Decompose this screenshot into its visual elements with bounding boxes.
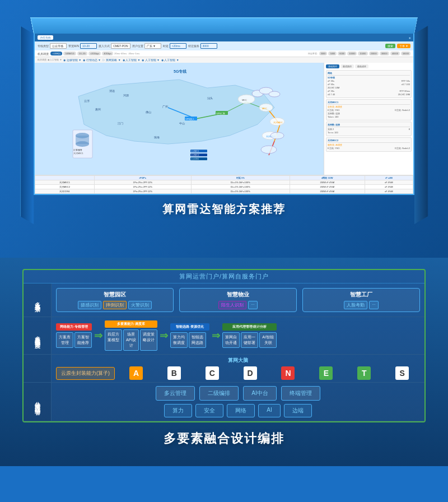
orch-boxes1: 方案库管理 方案智能推荐 <box>56 332 92 348</box>
orchestration-label-text: 多要素编排调度 <box>34 332 41 340</box>
capability-label-text: 分子能力统一纳管 <box>34 397 41 406</box>
svg-text:计算服务: 计算服务 <box>73 148 82 151</box>
special-group: 特定服务 3000 <box>188 43 217 49</box>
bw-chip-3[interactable]: 1G-2G <box>77 52 87 55</box>
bw-chip-4[interactable]: >20Gbps <box>88 52 101 55</box>
bw-special-6[interactable]: 20000 <box>369 52 379 55</box>
bw-special-7[interactable]: 30000 <box>380 52 389 55</box>
filter-tag-4[interactable]: ◉ 人工智能 ▼ <box>123 58 141 62</box>
brain-row: 云原生封装能力(算子) A B C D N E T S <box>56 366 420 380</box>
filter-tag-5[interactable]: ◉ 人工智能 ▼ <box>142 58 160 62</box>
filter-tag-3[interactable]: ▷ 算网策略 ▼ <box>102 58 121 62</box>
bw-chip-2[interactable]: 500M/1G <box>63 52 76 55</box>
panel-section-network: 网络 5G专线 xF 30sRTF 50s xF 90sx0.7 100 20小… <box>326 70 412 98</box>
panel-tabs: 基础路径 最优路径 最低成本 <box>326 64 412 68</box>
panel-instances-row: 实例 28 <box>328 128 410 131</box>
brain-section-title: 算网大脑 <box>56 357 420 364</box>
bw-special-9[interactable]: 50000 <box>401 52 410 55</box>
ui-main-area: 惠州 河源 佛山 广州 中山 江门 珠海 清远 汕头 云浮 5G专线 <box>35 63 413 175</box>
tag-camera: 摄感识别 <box>78 301 101 309</box>
svg-text:天河CDN1: 天河CDN1 <box>191 158 199 160</box>
arrow-2: ⇒ <box>160 329 168 342</box>
portal-header: 算网运营门户/算网自服务门户 <box>24 270 424 283</box>
zhiyuan-title: 智慧园区 <box>61 291 169 299</box>
panel-tab-cost[interactable]: 最低成本 <box>355 64 368 68</box>
panel-5g-label: 5G专线 <box>328 76 410 79</box>
bandwidth-input[interactable]: 10-20 <box>80 43 97 49</box>
bandwidth-chips-row: 机房调度: <10M(1) 500M/1G 1G-2G >20Gbps 40Gb… <box>35 50 413 57</box>
svg-text:惠州: 惠州 <box>95 108 101 111</box>
top-section-label: 算网雷达智能方案推荐 <box>162 195 286 221</box>
bw-chip-5[interactable]: 40Gbps <box>102 52 113 55</box>
orch-boxes3: 算力均衡调度 智能选网选路 <box>170 332 209 348</box>
cap-terminal-mgmt: 终端管理 <box>281 386 320 401</box>
ui-map: 惠州 河源 佛山 广州 中山 江门 珠海 清远 汕头 云浮 5G专线 <box>35 63 324 175</box>
scenarios-label-text: 多业务场景 <box>34 298 41 303</box>
td-mec2-rp: 1Pts:2%s 2PF:12% <box>94 185 191 189</box>
access-input[interactable]: CMET-PON <box>111 43 130 49</box>
scenario-zhigongchang: 智慧工厂 人脸考勤 ··· <box>302 288 420 312</box>
letter-d: D <box>244 366 257 380</box>
orch-box-1-1: 方案库管理 <box>56 332 73 348</box>
orch-group4: 应用代理管理·统计分析 算网自动开通 应用一键部署 AI智能关联 <box>222 323 277 348</box>
bw-special-5[interactable]: 15000 <box>358 52 367 55</box>
filter-tag-1[interactable]: ◉ 边缘智能 ▼ <box>63 58 81 62</box>
top-section: 力行方向 ◉ 专线类型 公众市场 带宽M/N 10-20 接入方式 CMET-P… <box>0 0 448 258</box>
found-compute: 算力 <box>164 404 192 417</box>
td-mec1-rf: xF 4%M <box>365 180 413 185</box>
brain-native-box: 云原生封装能力(算子) <box>56 367 115 380</box>
bw-special-8[interactable]: 40000 <box>390 52 400 55</box>
orch-group1: 网络能力·专线管理 方案库管理 方案智能推荐 <box>56 323 92 348</box>
bw-special-1[interactable]: 3000 <box>319 52 328 55</box>
box-left-face <box>20 26 34 224</box>
orch-boxes2: 四层方案模型 场景API设计 调度策略设计 <box>105 329 157 351</box>
letter-b: B <box>167 366 181 380</box>
screen-content: 力行方向 ◉ 专线类型 公众市场 带宽M/N 10-20 接入方式 CMET-P… <box>34 34 414 195</box>
arrow-3: ⇒ <box>212 329 220 342</box>
capability-content: 多云管理 二级编排 AI中台 终端管理 算力 安全 网络 AI 边端 <box>52 383 424 421</box>
th-delay: 时延 5% <box>191 176 290 180</box>
orch-group3: 智能选路·资源优化 算力均衡调度 智能选网选路 <box>170 323 209 348</box>
td-cdn1-rp: 1Pts:2%s 2PF:12% <box>94 189 191 194</box>
panel-5g-row5: x0.7 4020小时 18M <box>328 93 410 96</box>
label-brain <box>24 355 52 382</box>
label-orchestration: 多要素编排调度 <box>24 317 52 354</box>
filter-tag-6[interactable]: ◉ 人工智能 ▼ <box>161 58 179 62</box>
svg-text:SPN接入: SPN接入 <box>185 118 194 120</box>
time-input[interactable]: >20ms <box>170 43 186 49</box>
ui-right-panel: 基础路径 最优路径 最低成本 网络 5G专线 xF 30sRTF 50s xF … <box>324 63 413 175</box>
ui-header: 力行方向 ◉ <box>35 34 413 41</box>
svg-text:云浮: 云浮 <box>84 99 90 103</box>
scenarios-content: 智慧园区 摄感识别 摔倒识别 火警识别 智慧物业 陌生人识别 ··· <box>52 283 424 317</box>
cap-row1: 多云管理 二级编排 AI中台 终端管理 <box>56 386 420 401</box>
row-orchestration-wrapper: 多要素编排调度 网络能力·专线管理 方案库管理 方案智能推荐 ⇒ <box>24 317 424 355</box>
svg-text:江门: 江门 <box>118 122 123 125</box>
service-type-input[interactable]: 公众市场 <box>50 43 67 49</box>
bw-special-2[interactable]: 5000 <box>328 52 337 55</box>
orch-box-4-1: 算网自动开通 <box>222 332 240 348</box>
zhiyuan-tags: 摄感识别 摔倒识别 火警识别 <box>61 301 169 309</box>
order-button[interactable]: 下单 ▼ <box>397 44 410 48</box>
panel-5g-row1: xF 30sRTF 50s <box>328 80 410 82</box>
bw-special-3[interactable]: 6000 <box>338 52 346 55</box>
cap-multicloud: 多云管理 <box>156 386 195 401</box>
service-type-group: 专线类型 公众市场 <box>38 43 67 49</box>
user-loc-label: 用户位置 <box>132 44 143 48</box>
found-ai: AI <box>258 404 280 417</box>
bw-chip-1[interactable]: <10M(1) <box>50 52 62 55</box>
filter-tag-2[interactable]: ◉ 行情动态 ▼ <box>83 58 101 62</box>
letter-n: N <box>281 366 295 380</box>
panel-tab-basic[interactable]: 基础路径 <box>326 64 339 68</box>
panel-instances-title: 实例数: 连接 <box>328 123 410 127</box>
ui-tab-active[interactable]: 力行方向 <box>38 35 53 40</box>
orchestration-content: 网络能力·专线管理 方案库管理 方案智能推荐 ⇒ 多要素能力·调度库 四层方案模… <box>52 317 424 354</box>
orch-box-4-2: 应用一键部署 <box>241 332 258 348</box>
panel-tab-optimal[interactable]: 最优路径 <box>340 64 354 68</box>
svg-text:河源: 河源 <box>123 94 129 97</box>
svg-point-33 <box>270 132 284 139</box>
service-type-label: 专线类型 <box>38 44 49 48</box>
bw-special-4[interactable]: 10000 <box>347 52 357 55</box>
user-loc-input[interactable]: 广东 ▼ <box>144 43 161 49</box>
search-button[interactable]: 搜索 <box>385 44 395 48</box>
special-input[interactable]: 3000 <box>200 43 217 49</box>
